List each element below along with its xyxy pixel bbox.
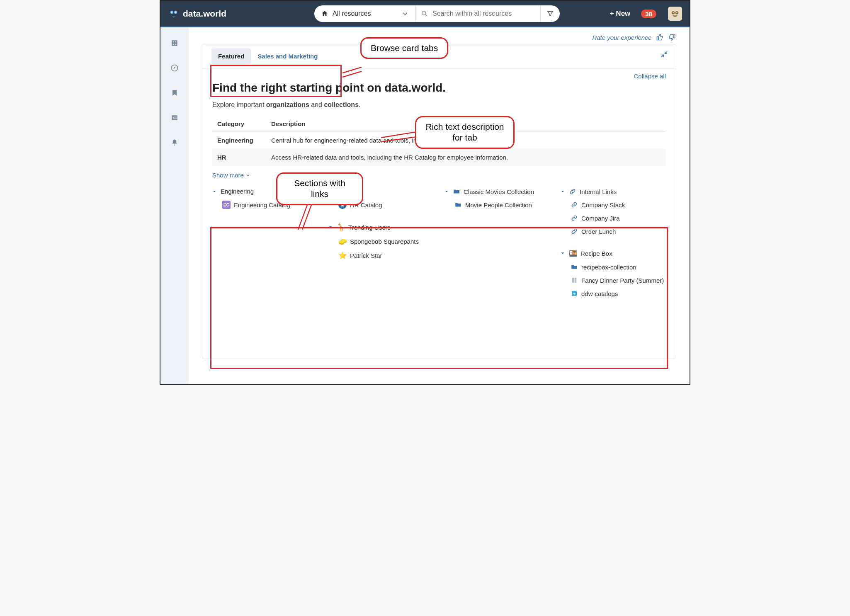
- item-movie-people[interactable]: Movie People Collection: [444, 199, 560, 210]
- svg-rect-11: [173, 41, 174, 43]
- user-avatar-icon: 🧽: [338, 237, 347, 245]
- svg-point-2: [171, 12, 172, 13]
- tab-featured[interactable]: Featured: [211, 49, 251, 64]
- chevron-down-icon: [560, 189, 566, 194]
- section-trending-users[interactable]: 🦒 Trending Users: [328, 221, 444, 233]
- search-icon: [421, 10, 428, 17]
- card-title: Find the right starting point on data.wo…: [202, 81, 676, 95]
- item-order-lunch[interactable]: Order Lunch: [560, 226, 667, 237]
- folder-icon: [453, 188, 460, 195]
- link-icon: [571, 228, 578, 235]
- chevron-down-icon: [211, 189, 217, 194]
- browse-tabs: Featured Sales and Marketing: [211, 49, 324, 64]
- thumbs-down-icon[interactable]: [668, 33, 676, 41]
- collapse-all-link[interactable]: Collapse all: [202, 68, 676, 80]
- link-icon: [569, 188, 576, 195]
- scope-label: All resources: [333, 10, 397, 17]
- trending-icon: 🦒: [337, 223, 345, 231]
- org-icon[interactable]: [170, 39, 179, 47]
- home-icon: [321, 10, 328, 17]
- chevron-down-icon: [560, 250, 566, 256]
- svg-rect-10: [172, 40, 177, 46]
- link-icon: [571, 214, 578, 222]
- folder-icon: [571, 263, 578, 271]
- callout-browse-tabs: Browse card tabs: [360, 37, 448, 59]
- svg-point-8: [673, 12, 674, 14]
- item-fancy-dinner[interactable]: Fancy Dinner Party (Summer): [560, 275, 667, 286]
- left-sidebar: [160, 27, 189, 384]
- filter-button[interactable]: [540, 5, 560, 22]
- card-subtitle: Explore important organizations and coll…: [202, 95, 676, 114]
- svg-rect-13: [173, 44, 174, 45]
- section-classic-movies[interactable]: Classic Movies Collection: [444, 186, 560, 197]
- item-company-slack[interactable]: Company Slack: [560, 199, 667, 210]
- search-box[interactable]: [416, 5, 540, 22]
- notification-badge[interactable]: 38: [641, 10, 656, 18]
- bell-icon[interactable]: [170, 138, 179, 147]
- item-user-patrick[interactable]: ⭐ Patrick Star: [328, 250, 444, 261]
- link-icon: [571, 201, 578, 209]
- section-internal-links[interactable]: Internal Links: [560, 186, 667, 197]
- filter-icon: [546, 10, 554, 17]
- thumbs-up-icon[interactable]: [656, 33, 664, 41]
- rate-experience-link[interactable]: Rate your experience: [592, 34, 651, 41]
- sections-grid: Engineering EC Engineering Catalog HR: [202, 182, 676, 299]
- user-avatar-icon: ⭐: [338, 251, 347, 259]
- svg-rect-16: [172, 115, 177, 120]
- resource-scope-dropdown[interactable]: All resources: [314, 5, 416, 22]
- recipe-icon: 🍱: [569, 249, 577, 257]
- svg-rect-12: [175, 41, 177, 43]
- catalog-badge-icon: EC: [222, 201, 231, 209]
- svg-point-4: [422, 11, 426, 15]
- book-icon: [571, 276, 578, 284]
- brand-text: data.world: [183, 9, 226, 19]
- owl-logo-icon: [168, 8, 180, 19]
- bookmark-icon[interactable]: [170, 89, 179, 97]
- chevron-down-icon: [401, 10, 409, 17]
- compass-icon[interactable]: [170, 64, 179, 72]
- avatar-owl-icon: [670, 8, 680, 19]
- minimize-icon[interactable]: [660, 50, 668, 58]
- show-more-link[interactable]: Show more: [202, 166, 676, 182]
- th-category: Category: [212, 116, 266, 132]
- tasks-icon[interactable]: [170, 114, 179, 122]
- search-input[interactable]: [432, 10, 535, 17]
- chevron-down-icon: [328, 224, 333, 230]
- item-company-jira[interactable]: Company Jira: [560, 213, 667, 223]
- user-avatar[interactable]: [668, 7, 682, 21]
- callout-rich-text: Rich text description for tab: [415, 116, 515, 149]
- chevron-down-icon: [245, 173, 250, 178]
- table-row: HR Access HR-related data and tools, inc…: [212, 149, 666, 166]
- chevron-down-icon: [444, 189, 449, 194]
- svg-line-5: [425, 15, 427, 16]
- brand-logo[interactable]: data.world: [168, 8, 226, 19]
- top-navbar: data.world All resources + New 38: [160, 1, 690, 27]
- new-button[interactable]: + New: [610, 10, 631, 18]
- browse-card: Featured Sales and Marketing Collapse al…: [202, 44, 676, 359]
- item-recipebox-collection[interactable]: recipebox-collection: [560, 262, 667, 272]
- svg-point-9: [676, 12, 678, 14]
- tab-sales-marketing[interactable]: Sales and Marketing: [251, 49, 324, 64]
- svg-rect-14: [175, 44, 177, 45]
- svg-point-3: [175, 12, 176, 13]
- svg-point-19: [174, 145, 175, 146]
- item-ddw-catalogs[interactable]: ddw-catalogs: [560, 288, 667, 299]
- folder-icon: [454, 201, 462, 209]
- item-user-spongebob[interactable]: 🧽 Spongebob Squarepants: [328, 235, 444, 247]
- section-recipe-box[interactable]: 🍱 Recipe Box: [560, 247, 667, 259]
- callout-sections: Sections with links: [276, 172, 363, 205]
- main-content: Rate your experience Featured Sales and …: [189, 27, 690, 384]
- cube-icon: [571, 290, 578, 297]
